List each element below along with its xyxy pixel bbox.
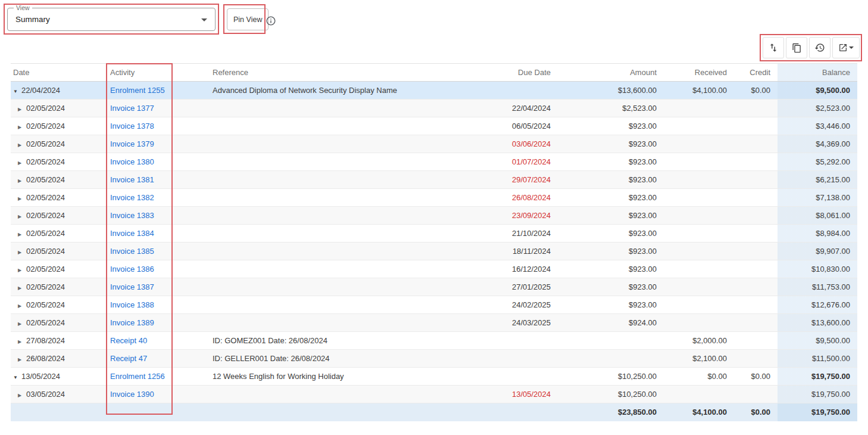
activity-link[interactable]: Invoice 1382 — [110, 193, 154, 202]
column-header-amount[interactable]: Amount — [558, 64, 664, 82]
expand-row-icon[interactable]: ▶ — [18, 107, 26, 112]
activity-link[interactable]: Invoice 1385 — [110, 247, 154, 256]
info-icon[interactable] — [266, 15, 276, 26]
activity-link[interactable]: Invoice 1381 — [110, 175, 154, 184]
transaction-row: ▶26/08/2024Receipt 47ID: GELLER001 Date:… — [11, 350, 857, 368]
activity-link[interactable]: Invoice 1386 — [110, 265, 154, 274]
column-header-balance[interactable]: Balance — [778, 64, 857, 82]
unfold-rows-button[interactable] — [763, 37, 784, 58]
totals-row: $23,850.00$4,100.00$0.00$19,750.00 — [11, 403, 857, 421]
cell-due-date: 26/08/2024 — [486, 189, 558, 207]
chevron-down-icon — [201, 18, 207, 21]
expand-row-icon[interactable]: ▶ — [18, 321, 26, 327]
activity-link[interactable]: Invoice 1390 — [110, 390, 154, 399]
column-header-activity[interactable]: Activity — [108, 64, 210, 82]
column-header-credit[interactable]: Credit — [734, 64, 778, 82]
expand-row-icon[interactable]: ▶ — [18, 142, 26, 148]
date-text: 02/05/2024 — [26, 265, 65, 274]
cell-date: ▶02/05/2024 — [11, 207, 108, 225]
date-text: 27/08/2024 — [26, 336, 65, 345]
activity-link[interactable]: Invoice 1389 — [110, 318, 154, 327]
cell-activity: Receipt 47 — [108, 350, 210, 368]
activity-link[interactable]: Receipt 40 — [110, 336, 147, 345]
cell-date: ▶02/05/2024 — [11, 296, 108, 314]
cell-due-date: 29/07/2024 — [486, 171, 558, 189]
cell-balance-value: $19,750.00 — [778, 386, 857, 403]
cell-date: ▶02/05/2024 — [11, 117, 108, 135]
cell-credit — [734, 207, 778, 225]
pin-view-button[interactable]: Pin View — [227, 8, 268, 30]
cell-credit — [734, 153, 778, 171]
cell-balance-value: $9,907.00 — [778, 243, 857, 260]
cell-reference — [210, 386, 486, 403]
activity-link[interactable]: Invoice 1383 — [110, 211, 154, 220]
cell-due-date: 18/11/2024 — [486, 243, 558, 260]
cell-amount: $924.00 — [558, 314, 664, 332]
export-button[interactable] — [832, 37, 860, 58]
view-select[interactable]: View Summary — [7, 8, 216, 31]
column-header-due[interactable]: Due Date — [486, 64, 558, 82]
cell-due-date: 22/04/2024 — [486, 100, 558, 117]
expand-row-icon[interactable]: ▶ — [18, 178, 26, 184]
expand-row-icon[interactable]: ▶ — [18, 232, 26, 237]
cell-amount: $10,250.00 — [558, 386, 664, 403]
cell-credit — [734, 135, 778, 153]
cell-date: ▶02/05/2024 — [11, 260, 108, 278]
date-text: 02/05/2024 — [26, 104, 65, 113]
cell-received: $2,100.00 — [664, 350, 734, 368]
column-header-received[interactable]: Received — [664, 64, 734, 82]
cell-credit — [734, 225, 778, 243]
cell-received: $0.00 — [664, 368, 734, 386]
expand-row-icon[interactable]: ▶ — [18, 339, 26, 344]
cell-date: ▼13/05/2024 — [11, 368, 108, 386]
cell-received — [664, 225, 734, 243]
cell-credit — [734, 386, 778, 403]
cell-due-date: 03/06/2024 — [486, 135, 558, 153]
expand-row-icon[interactable]: ▶ — [18, 160, 26, 166]
column-header-date[interactable]: Date — [11, 64, 108, 82]
transaction-row: ▶02/05/2024Invoice 138824/02/2025$923.00… — [11, 296, 857, 314]
cell-activity: Invoice 1383 — [108, 207, 210, 225]
expand-row-icon[interactable]: ▶ — [18, 268, 26, 273]
expand-row-icon[interactable]: ▶ — [18, 285, 26, 291]
activity-link[interactable]: Invoice 1380 — [110, 157, 154, 166]
activity-link[interactable]: Enrolment 1255 — [110, 86, 165, 95]
expand-row-icon[interactable]: ▶ — [18, 303, 26, 309]
cell-activity: Receipt 40 — [108, 332, 210, 350]
expand-row-icon[interactable]: ▶ — [18, 125, 26, 130]
column-header-reference[interactable]: Reference — [210, 64, 486, 82]
expand-row-icon[interactable]: ▶ — [18, 393, 26, 398]
activity-link[interactable]: Invoice 1388 — [110, 300, 154, 309]
cell-credit: $0.00 — [734, 82, 778, 100]
cell-credit: $0.00 — [734, 368, 778, 386]
cell-received — [664, 207, 734, 225]
activity-link[interactable]: Invoice 1387 — [110, 282, 154, 291]
cell-due-date — [486, 332, 558, 350]
expand-row-icon[interactable]: ▶ — [18, 214, 26, 219]
cell-received — [664, 189, 734, 207]
expand-row-icon[interactable]: ▶ — [18, 196, 26, 201]
activity-link[interactable]: Invoice 1377 — [110, 104, 154, 113]
activity-link[interactable]: Receipt 47 — [110, 354, 147, 363]
activity-link[interactable]: Invoice 1378 — [110, 122, 154, 130]
expand-row-icon[interactable]: ▶ — [18, 357, 26, 362]
transaction-row: ▶03/05/2024Invoice 139013/05/2024$10,250… — [11, 386, 857, 403]
view-select-value: Summary — [15, 15, 50, 24]
collapse-row-icon[interactable]: ▼ — [13, 89, 21, 94]
cell-amount: $923.00 — [558, 296, 664, 314]
cell-received: $4,100.00 — [664, 82, 734, 100]
view-select-label: View — [14, 4, 32, 11]
copy-button[interactable] — [786, 37, 807, 58]
activity-link[interactable]: Enrolment 1256 — [110, 372, 165, 381]
activity-link[interactable]: Invoice 1379 — [110, 139, 154, 148]
collapse-row-icon[interactable]: ▼ — [13, 375, 21, 380]
transaction-row: ▶02/05/2024Invoice 138001/07/2024$923.00… — [11, 153, 857, 171]
activity-link[interactable]: Invoice 1384 — [110, 229, 154, 238]
expand-row-icon[interactable]: ▶ — [18, 250, 26, 255]
cell-credit — [734, 117, 778, 135]
cell-reference: ID: GELLER001 Date: 26/08/2024 — [210, 350, 486, 368]
history-button[interactable] — [809, 37, 830, 58]
cell-due-date: 06/05/2024 — [486, 117, 558, 135]
transaction-row: ▶02/05/2024Invoice 138616/12/2024$923.00… — [11, 260, 857, 278]
cell-reference: ID: GOMEZ001 Date: 26/08/2024 — [210, 332, 486, 350]
